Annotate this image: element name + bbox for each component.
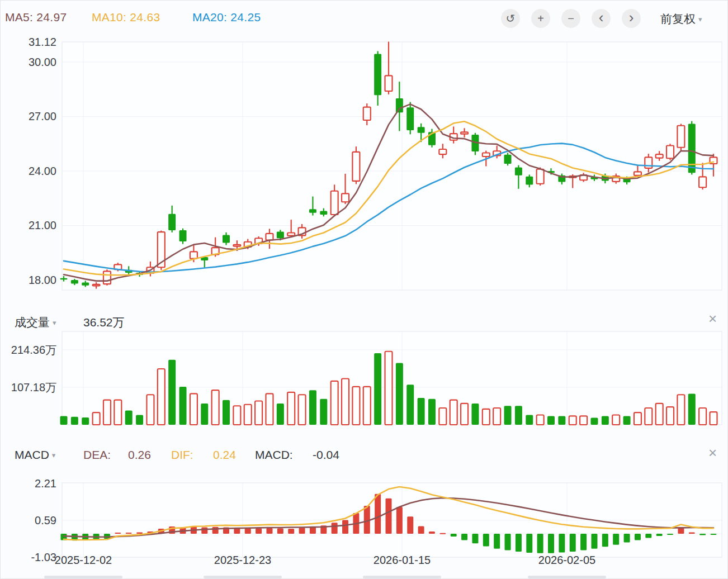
zoom-out-button[interactable]: − [561,9,580,28]
x-scrollbar-segment[interactable] [528,576,606,578]
dea-label: DEA: [83,448,111,462]
zoom-in-button[interactable]: + [531,9,550,28]
close-icon: × [708,444,717,461]
chevron-right-icon: › [629,10,634,25]
x-scrollbar-segment[interactable] [44,576,122,578]
date-axis-label: 2025-12-23 [192,554,293,567]
macd-value: -0.04 [313,448,339,462]
dea-value: 0.26 [128,448,151,462]
ma5-indicator-label: MA5: 24.97 [5,11,67,24]
chevron-down-icon: ▾ [53,319,56,327]
pan-left-button[interactable]: ‹ [592,9,611,28]
price-axis-label: 30.00 [1,55,56,69]
x-scrollbar-segment[interactable] [204,576,282,578]
macd-axis-label: 0.59 [1,514,56,527]
volume-axis-label: 214.36万 [1,343,56,357]
volume-panel-close-button[interactable]: × [708,311,717,326]
volume-current-value: 36.52万 [83,315,125,330]
ma10-indicator-label: MA10: 24.63 [92,11,160,24]
macd-panel-close-button[interactable]: × [708,445,717,460]
chevron-down-icon: ▾ [698,15,702,23]
macd-panel-dropdown[interactable]: MACD▾ [15,448,55,462]
close-icon: × [708,310,717,327]
volume-panel-title: 成交量 [15,316,50,329]
macd-axis-label: 2.21 [1,477,56,490]
macd-label: MACD: [255,448,293,462]
price-axis-label: 31.12 [1,35,56,49]
x-scrollbar-segment[interactable] [363,576,441,578]
price-axis-label: 18.00 [1,273,56,287]
date-axis-label: 2026-02-05 [517,554,617,567]
stock-chart-widget: MA5: 24.97 MA10: 24.63 MA20: 24.25 ↺ + −… [0,0,728,579]
undo-button[interactable]: ↺ [501,9,520,28]
date-axis-label: 2026-01-15 [352,554,452,567]
chevron-down-icon: ▾ [52,451,56,459]
charts-canvas[interactable] [1,1,728,579]
price-adjust-dropdown[interactable]: 前复权▾ [660,11,702,27]
chevron-left-icon: ‹ [599,10,604,25]
price-axis-label: 27.00 [1,110,56,123]
pan-right-button[interactable]: › [622,9,641,28]
macd-panel-title: MACD [15,448,49,461]
undo-icon: ↺ [506,13,516,24]
minus-icon: − [568,13,574,24]
price-axis-label: 21.00 [1,219,56,232]
dif-value: 0.24 [213,448,236,462]
plus-icon: + [537,13,544,24]
price-axis-label: 24.00 [1,164,56,178]
ma20-indicator-label: MA20: 24.25 [192,11,261,24]
dif-label: DIF: [171,448,193,462]
price-adjust-label: 前复权 [660,12,696,25]
volume-panel-dropdown[interactable]: 成交量▾ [15,315,56,330]
date-axis-label: 2025-12-02 [33,554,134,567]
volume-axis-label: 107.18万 [1,381,56,394]
